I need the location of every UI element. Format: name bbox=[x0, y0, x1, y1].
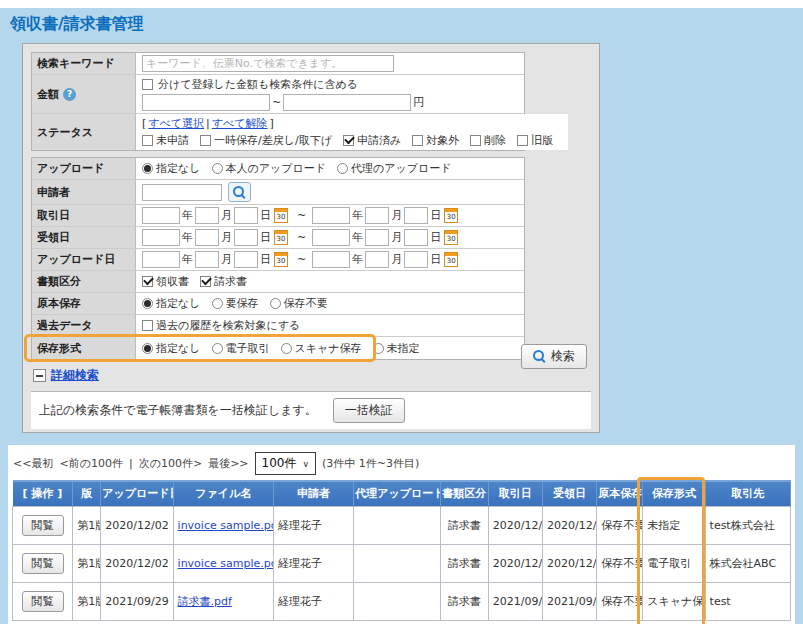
upload-date-from-year-input[interactable] bbox=[142, 251, 180, 268]
clear-all-link[interactable]: すべて解除 bbox=[212, 116, 268, 131]
doc-type-option-receipt[interactable]: 領収書 bbox=[142, 274, 189, 289]
detail-search-link[interactable]: 詳細検索 bbox=[51, 367, 99, 384]
calendar-icon[interactable]: 30 bbox=[444, 208, 458, 223]
receipt-date-to-day-input[interactable] bbox=[404, 229, 428, 246]
collapse-minus-icon[interactable] bbox=[33, 369, 46, 382]
page-size-select[interactable]: 100件 ∨ bbox=[255, 452, 317, 475]
view-button[interactable]: 閲覧 bbox=[22, 553, 64, 574]
receipt-date-value: 年 月 日 30 ~ 年 月 日 30 bbox=[136, 227, 524, 248]
applicant-input[interactable] bbox=[142, 184, 222, 201]
form-row-amount: 金額 ? 分けて登録した金額も検索条件に含める ~ 円 bbox=[32, 75, 524, 114]
transaction-date-from-day-input[interactable] bbox=[234, 207, 258, 224]
amount-unit-label: 円 bbox=[413, 95, 424, 110]
search-button-label: 検索 bbox=[551, 348, 575, 365]
radio-icon[interactable] bbox=[212, 163, 223, 174]
storage-format-option-scanner[interactable]: スキャナ保存 bbox=[281, 341, 362, 356]
calendar-icon[interactable]: 30 bbox=[274, 252, 288, 267]
amount-include-option[interactable]: 分けて登録した金額も検索条件に含める bbox=[142, 77, 358, 92]
upload-option-label: 本人のアップロード bbox=[226, 161, 327, 176]
upload-option-proxy[interactable]: 代理のアップロード bbox=[337, 161, 452, 176]
doc-type-option-invoice[interactable]: 請求書 bbox=[200, 274, 247, 289]
status-option-old-version[interactable]: 旧版 bbox=[517, 133, 553, 148]
checkbox-checked-icon[interactable] bbox=[200, 276, 211, 287]
checkbox-checked-icon[interactable] bbox=[142, 276, 153, 287]
upload-option-self[interactable]: 本人のアップロード bbox=[212, 161, 327, 176]
receipt-date-from-year-input[interactable] bbox=[142, 229, 180, 246]
cell-applicant: 経理花子 bbox=[273, 506, 353, 544]
file-link[interactable]: 請求書.pdf bbox=[178, 595, 232, 608]
calendar-icon[interactable]: 30 bbox=[444, 252, 458, 267]
transaction-date-from-year-input[interactable] bbox=[142, 207, 180, 224]
original-storage-option-not-required[interactable]: 保存不要 bbox=[270, 296, 328, 311]
pagination-last[interactable]: 最後>> bbox=[208, 456, 248, 471]
cell-version: 第1版 bbox=[73, 506, 101, 544]
radio-selected-icon[interactable] bbox=[142, 298, 153, 309]
calendar-icon[interactable]: 30 bbox=[274, 208, 288, 223]
batch-verify-button[interactable]: 一括検証 bbox=[333, 398, 405, 423]
status-option-unsubmitted[interactable]: 未申請 bbox=[142, 133, 189, 148]
status-option-label: 旧版 bbox=[531, 133, 553, 148]
radio-icon[interactable] bbox=[337, 163, 348, 174]
form-row-original-storage: 原本保存 指定なし 要保存 保存不要 bbox=[32, 293, 524, 315]
checkbox-icon[interactable] bbox=[142, 79, 153, 90]
day-unit: 日 bbox=[260, 252, 271, 267]
calendar-icon[interactable]: 30 bbox=[444, 230, 458, 245]
upload-date-to-day-input[interactable] bbox=[404, 251, 428, 268]
calendar-icon[interactable]: 30 bbox=[274, 230, 288, 245]
view-button[interactable]: 閲覧 bbox=[22, 591, 64, 612]
checkbox-icon[interactable] bbox=[142, 320, 153, 331]
original-storage-option-required[interactable]: 要保存 bbox=[212, 296, 259, 311]
receipt-date-from-day-input[interactable] bbox=[234, 229, 258, 246]
pagination-first[interactable]: <<最初 bbox=[13, 456, 53, 471]
search-button[interactable]: 検索 bbox=[521, 344, 587, 369]
status-option-submitted[interactable]: 申請済み bbox=[343, 133, 401, 148]
storage-format-option-unspecified[interactable]: 未指定 bbox=[373, 341, 420, 356]
original-storage-option-none[interactable]: 指定なし bbox=[142, 296, 201, 311]
transaction-date-to-month-input[interactable] bbox=[365, 207, 389, 224]
upload-option-none[interactable]: 指定なし bbox=[142, 161, 201, 176]
file-link[interactable]: invoice sample.pdf bbox=[178, 519, 274, 532]
radio-icon[interactable] bbox=[281, 343, 292, 354]
amount-label: 金額 ? bbox=[32, 75, 136, 113]
radio-icon[interactable] bbox=[270, 298, 281, 309]
receipt-date-to-month-input[interactable] bbox=[365, 229, 389, 246]
pagination-prev[interactable]: <前の100件 bbox=[59, 456, 122, 471]
checkbox-icon[interactable] bbox=[200, 135, 211, 146]
applicant-search-button[interactable] bbox=[228, 182, 251, 202]
upload-date-from-month-input[interactable] bbox=[195, 251, 219, 268]
amount-value: 分けて登録した金額も検索条件に含める ~ 円 bbox=[136, 75, 524, 113]
upload-label: アップロード bbox=[32, 158, 136, 179]
past-data-option[interactable]: 過去の履歴を検索対象にする bbox=[142, 318, 300, 333]
checkbox-icon[interactable] bbox=[412, 135, 423, 146]
upload-date-to-year-input[interactable] bbox=[312, 251, 350, 268]
select-all-link[interactable]: すべて選択 bbox=[148, 116, 204, 131]
amount-min-input[interactable] bbox=[142, 94, 270, 111]
checkbox-icon[interactable] bbox=[517, 135, 528, 146]
upload-date-from-day-input[interactable] bbox=[234, 251, 258, 268]
storage-format-option-electronic[interactable]: 電子取引 bbox=[212, 341, 270, 356]
transaction-date-from-month-input[interactable] bbox=[195, 207, 219, 224]
checkbox-icon[interactable] bbox=[142, 135, 153, 146]
upload-date-to-month-input[interactable] bbox=[365, 251, 389, 268]
status-option-deleted[interactable]: 削除 bbox=[470, 133, 506, 148]
receipt-date-from-month-input[interactable] bbox=[195, 229, 219, 246]
pagination-next[interactable]: 次の100件> bbox=[139, 456, 202, 471]
keyword-input[interactable] bbox=[142, 55, 394, 72]
transaction-date-to-day-input[interactable] bbox=[404, 207, 428, 224]
checkbox-checked-icon[interactable] bbox=[343, 135, 354, 146]
status-option-draft[interactable]: 一時保存/差戻し/取下げ bbox=[200, 133, 332, 148]
radio-selected-icon[interactable] bbox=[142, 163, 153, 174]
transaction-date-to-year-input[interactable] bbox=[312, 207, 350, 224]
status-option-excluded[interactable]: 対象外 bbox=[412, 133, 459, 148]
radio-icon[interactable] bbox=[212, 343, 223, 354]
radio-selected-icon[interactable] bbox=[142, 343, 153, 354]
storage-format-option-none[interactable]: 指定なし bbox=[142, 341, 201, 356]
receipt-date-to-year-input[interactable] bbox=[312, 229, 350, 246]
amount-max-input[interactable] bbox=[283, 94, 411, 111]
checkbox-icon[interactable] bbox=[470, 135, 481, 146]
view-button[interactable]: 閲覧 bbox=[22, 515, 64, 536]
radio-icon[interactable] bbox=[212, 298, 223, 309]
radio-icon[interactable] bbox=[373, 343, 384, 354]
help-icon[interactable]: ? bbox=[63, 88, 76, 101]
file-link[interactable]: invoice sample.pdf bbox=[178, 557, 274, 570]
